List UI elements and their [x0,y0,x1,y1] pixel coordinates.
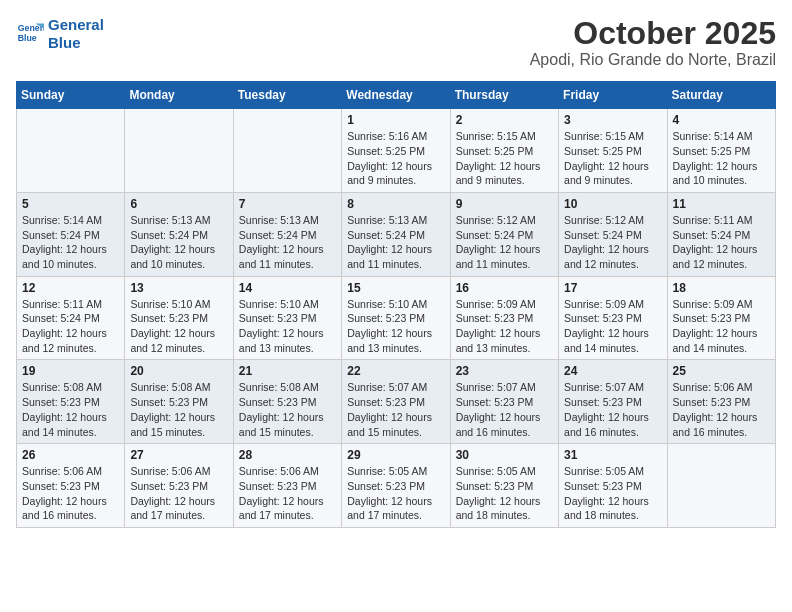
svg-text:Blue: Blue [18,33,37,43]
day-info: Sunrise: 5:06 AMSunset: 5:23 PMDaylight:… [239,464,336,523]
day-number: 18 [673,281,770,295]
day-number: 2 [456,113,553,127]
week-row-3: 12Sunrise: 5:11 AMSunset: 5:24 PMDayligh… [17,276,776,360]
day-number: 14 [239,281,336,295]
day-number: 6 [130,197,227,211]
day-info: Sunrise: 5:07 AMSunset: 5:23 PMDaylight:… [347,380,444,439]
day-number: 29 [347,448,444,462]
calendar-cell: 25Sunrise: 5:06 AMSunset: 5:23 PMDayligh… [667,360,775,444]
day-info: Sunrise: 5:05 AMSunset: 5:23 PMDaylight:… [347,464,444,523]
calendar-header-row: SundayMondayTuesdayWednesdayThursdayFrid… [17,82,776,109]
title-area: October 2025 Apodi, Rio Grande do Norte,… [530,16,776,69]
calendar-cell: 20Sunrise: 5:08 AMSunset: 5:23 PMDayligh… [125,360,233,444]
day-number: 12 [22,281,119,295]
day-number: 20 [130,364,227,378]
day-number: 5 [22,197,119,211]
day-number: 30 [456,448,553,462]
week-row-1: 1Sunrise: 5:16 AMSunset: 5:25 PMDaylight… [17,109,776,193]
day-info: Sunrise: 5:06 AMSunset: 5:23 PMDaylight:… [130,464,227,523]
calendar-cell: 30Sunrise: 5:05 AMSunset: 5:23 PMDayligh… [450,444,558,528]
header-sunday: Sunday [17,82,125,109]
calendar-cell: 17Sunrise: 5:09 AMSunset: 5:23 PMDayligh… [559,276,667,360]
day-info: Sunrise: 5:10 AMSunset: 5:23 PMDaylight:… [347,297,444,356]
day-number: 7 [239,197,336,211]
day-number: 21 [239,364,336,378]
day-info: Sunrise: 5:09 AMSunset: 5:23 PMDaylight:… [564,297,661,356]
day-info: Sunrise: 5:09 AMSunset: 5:23 PMDaylight:… [456,297,553,356]
calendar-cell [17,109,125,193]
day-info: Sunrise: 5:13 AMSunset: 5:24 PMDaylight:… [130,213,227,272]
day-info: Sunrise: 5:15 AMSunset: 5:25 PMDaylight:… [456,129,553,188]
day-number: 26 [22,448,119,462]
day-info: Sunrise: 5:11 AMSunset: 5:24 PMDaylight:… [22,297,119,356]
day-number: 13 [130,281,227,295]
calendar-cell: 16Sunrise: 5:09 AMSunset: 5:23 PMDayligh… [450,276,558,360]
header: General Blue GeneralBlue October 2025 Ap… [16,16,776,69]
logo: General Blue GeneralBlue [16,16,104,52]
day-info: Sunrise: 5:15 AMSunset: 5:25 PMDaylight:… [564,129,661,188]
day-number: 10 [564,197,661,211]
day-number: 28 [239,448,336,462]
day-number: 16 [456,281,553,295]
day-number: 25 [673,364,770,378]
calendar-cell: 4Sunrise: 5:14 AMSunset: 5:25 PMDaylight… [667,109,775,193]
day-number: 27 [130,448,227,462]
day-info: Sunrise: 5:08 AMSunset: 5:23 PMDaylight:… [130,380,227,439]
header-tuesday: Tuesday [233,82,341,109]
calendar-cell: 7Sunrise: 5:13 AMSunset: 5:24 PMDaylight… [233,192,341,276]
calendar-cell: 11Sunrise: 5:11 AMSunset: 5:24 PMDayligh… [667,192,775,276]
calendar-cell: 29Sunrise: 5:05 AMSunset: 5:23 PMDayligh… [342,444,450,528]
calendar-cell [125,109,233,193]
day-number: 22 [347,364,444,378]
calendar-subtitle: Apodi, Rio Grande do Norte, Brazil [530,51,776,69]
day-info: Sunrise: 5:11 AMSunset: 5:24 PMDaylight:… [673,213,770,272]
day-info: Sunrise: 5:09 AMSunset: 5:23 PMDaylight:… [673,297,770,356]
day-info: Sunrise: 5:07 AMSunset: 5:23 PMDaylight:… [456,380,553,439]
day-info: Sunrise: 5:08 AMSunset: 5:23 PMDaylight:… [22,380,119,439]
day-number: 9 [456,197,553,211]
header-thursday: Thursday [450,82,558,109]
day-number: 17 [564,281,661,295]
logo-text: GeneralBlue [48,16,104,52]
calendar-cell: 31Sunrise: 5:05 AMSunset: 5:23 PMDayligh… [559,444,667,528]
day-number: 11 [673,197,770,211]
calendar-table: SundayMondayTuesdayWednesdayThursdayFrid… [16,81,776,528]
day-number: 15 [347,281,444,295]
week-row-2: 5Sunrise: 5:14 AMSunset: 5:24 PMDaylight… [17,192,776,276]
calendar-cell: 14Sunrise: 5:10 AMSunset: 5:23 PMDayligh… [233,276,341,360]
day-number: 23 [456,364,553,378]
calendar-cell: 18Sunrise: 5:09 AMSunset: 5:23 PMDayligh… [667,276,775,360]
calendar-cell [233,109,341,193]
calendar-cell: 9Sunrise: 5:12 AMSunset: 5:24 PMDaylight… [450,192,558,276]
day-number: 24 [564,364,661,378]
day-info: Sunrise: 5:08 AMSunset: 5:23 PMDaylight:… [239,380,336,439]
day-info: Sunrise: 5:16 AMSunset: 5:25 PMDaylight:… [347,129,444,188]
day-info: Sunrise: 5:13 AMSunset: 5:24 PMDaylight:… [239,213,336,272]
day-info: Sunrise: 5:13 AMSunset: 5:24 PMDaylight:… [347,213,444,272]
calendar-cell: 26Sunrise: 5:06 AMSunset: 5:23 PMDayligh… [17,444,125,528]
day-info: Sunrise: 5:07 AMSunset: 5:23 PMDaylight:… [564,380,661,439]
day-number: 8 [347,197,444,211]
calendar-cell: 21Sunrise: 5:08 AMSunset: 5:23 PMDayligh… [233,360,341,444]
day-number: 1 [347,113,444,127]
day-info: Sunrise: 5:10 AMSunset: 5:23 PMDaylight:… [130,297,227,356]
calendar-cell: 27Sunrise: 5:06 AMSunset: 5:23 PMDayligh… [125,444,233,528]
calendar-cell: 22Sunrise: 5:07 AMSunset: 5:23 PMDayligh… [342,360,450,444]
calendar-cell: 23Sunrise: 5:07 AMSunset: 5:23 PMDayligh… [450,360,558,444]
calendar-cell: 15Sunrise: 5:10 AMSunset: 5:23 PMDayligh… [342,276,450,360]
day-info: Sunrise: 5:14 AMSunset: 5:25 PMDaylight:… [673,129,770,188]
calendar-cell: 3Sunrise: 5:15 AMSunset: 5:25 PMDaylight… [559,109,667,193]
day-info: Sunrise: 5:06 AMSunset: 5:23 PMDaylight:… [22,464,119,523]
calendar-cell: 5Sunrise: 5:14 AMSunset: 5:24 PMDaylight… [17,192,125,276]
day-number: 4 [673,113,770,127]
header-saturday: Saturday [667,82,775,109]
day-info: Sunrise: 5:14 AMSunset: 5:24 PMDaylight:… [22,213,119,272]
calendar-cell: 2Sunrise: 5:15 AMSunset: 5:25 PMDaylight… [450,109,558,193]
calendar-cell: 19Sunrise: 5:08 AMSunset: 5:23 PMDayligh… [17,360,125,444]
calendar-cell: 1Sunrise: 5:16 AMSunset: 5:25 PMDaylight… [342,109,450,193]
header-friday: Friday [559,82,667,109]
day-info: Sunrise: 5:05 AMSunset: 5:23 PMDaylight:… [456,464,553,523]
logo-icon: General Blue [16,20,44,48]
day-number: 19 [22,364,119,378]
day-info: Sunrise: 5:12 AMSunset: 5:24 PMDaylight:… [564,213,661,272]
